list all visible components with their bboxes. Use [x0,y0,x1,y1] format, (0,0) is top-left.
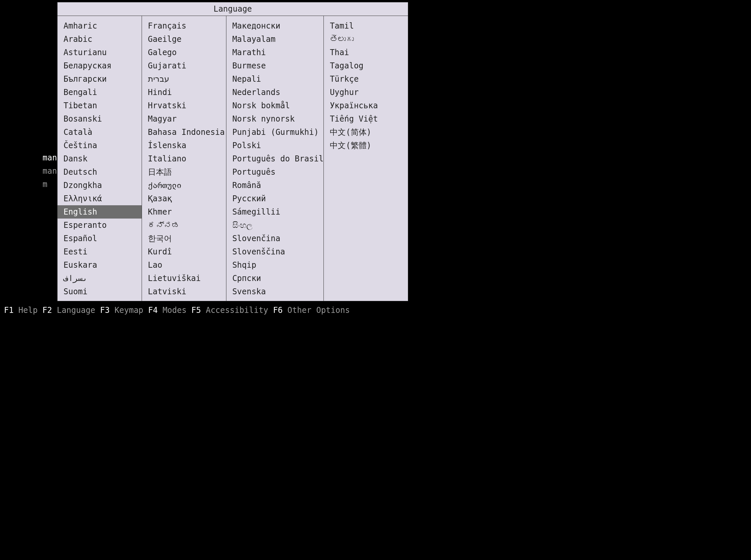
language-option[interactable]: Српски [226,272,324,285]
language-option[interactable]: ىسراف [58,272,142,285]
language-option[interactable]: Eesti [58,245,142,258]
language-option[interactable]: Suomi [58,285,142,298]
language-option[interactable]: Euskara [58,258,142,272]
hotkey-label: Language [57,305,95,315]
language-option[interactable]: Русский [226,192,324,205]
language-option[interactable]: Ελληνικά [58,192,142,205]
language-option[interactable]: ქართული [142,179,226,192]
language-option[interactable]: Lietuviškai [142,272,226,285]
language-option[interactable]: 한국어 [142,232,226,245]
hotkey-label: Modes [162,305,187,315]
hotkey-f3[interactable]: F3 [100,305,110,315]
language-option[interactable]: English [58,205,142,219]
language-option[interactable]: Português [226,165,324,179]
background-menu-left: manmanm [42,151,57,191]
hotkey-f5[interactable]: F5 [192,305,201,315]
language-option[interactable]: 中文(简体) [324,125,408,139]
language-option[interactable]: Bosanski [58,112,142,125]
language-option[interactable]: Polski [226,139,324,152]
language-option[interactable]: Norsk bokmål [226,99,324,112]
language-option[interactable]: Italiano [142,152,226,165]
language-option[interactable]: Slovenčina [226,232,324,245]
hotkey-label: Help [18,305,38,315]
language-option[interactable]: Português do Brasil [226,152,324,165]
language-option[interactable]: 中文(繁體) [324,139,408,152]
language-option[interactable]: Українська [324,99,408,112]
language-option[interactable]: Latviski [142,285,226,298]
language-option[interactable]: Қазақ [142,192,226,205]
language-option[interactable]: Kurdî [142,245,226,258]
language-option[interactable]: Tamil [324,19,408,33]
hotkey-f6[interactable]: F6 [273,305,283,315]
footer-hotkeys: F1 Help F2 Language F3 Keymap F4 Modes F… [4,305,422,316]
hotkey-f1[interactable]: F1 [4,305,14,315]
language-dialog: Language AmharicArabicAsturianuБеларуска… [57,2,408,301]
language-option[interactable]: Shqip [226,258,324,272]
language-option[interactable]: Tiếng Việt [324,112,408,125]
language-option[interactable]: Nepali [226,73,324,86]
language-option[interactable]: తెలుగు [324,33,408,46]
language-option[interactable]: Македонски [226,19,324,33]
language-option[interactable]: Lao [142,258,226,272]
language-option[interactable]: Gaeilge [142,33,226,46]
language-option[interactable]: Nederlands [226,86,324,99]
language-dialog-title: Language [58,2,408,16]
language-option[interactable]: Slovenščina [226,245,324,258]
language-option[interactable]: Khmer [142,205,226,219]
language-option[interactable]: Malayalam [226,33,324,46]
language-option[interactable]: Uyghur [324,86,408,99]
language-option[interactable]: Burmese [226,59,324,73]
language-option[interactable]: Arabic [58,33,142,46]
language-option[interactable]: Dzongkha [58,179,142,192]
language-option[interactable]: Dansk [58,152,142,165]
hotkey-label: Accessibility [206,305,268,315]
language-column: FrançaisGaeilgeGalegoGujaratiעבריתHindiH… [142,16,226,301]
language-option[interactable]: עברית [142,73,226,86]
language-option[interactable]: Bahasa Indonesia [142,125,226,139]
language-option[interactable]: Sámegillii [226,205,324,219]
language-option[interactable]: Amharic [58,19,142,33]
language-option[interactable]: Asturianu [58,46,142,59]
language-option[interactable]: Türkçe [324,73,408,86]
language-option[interactable]: Bengali [58,86,142,99]
hotkey-f4[interactable]: F4 [148,305,158,315]
language-option[interactable]: Français [142,19,226,33]
language-option[interactable]: Deutsch [58,165,142,179]
language-option[interactable]: Svenska [226,285,324,298]
language-option[interactable]: Tibetan [58,99,142,112]
language-option[interactable]: Tagalog [324,59,408,73]
language-column: МакедонскиMalayalamMarathiBurmeseNepaliN… [226,16,324,301]
boot-screen: manmanm B STORAGEGB STORAGETORAGE STORAG… [0,0,426,317]
language-column: AmharicArabicAsturianuБеларускаяБългарск… [58,16,142,301]
hotkey-label: Other Options [288,305,350,315]
language-option[interactable]: Galego [142,46,226,59]
language-option[interactable]: 日本語 [142,165,226,179]
language-option[interactable]: Hrvatski [142,99,226,112]
language-grid: AmharicArabicAsturianuБеларускаяБългарск… [58,16,408,301]
language-option[interactable]: Español [58,232,142,245]
language-option[interactable]: Esperanto [58,219,142,232]
language-option[interactable]: Català [58,125,142,139]
language-option[interactable]: Hindi [142,86,226,99]
language-option[interactable]: Беларуская [58,59,142,73]
language-option[interactable]: Punjabi (Gurmukhi) [226,125,324,139]
language-option[interactable]: Marathi [226,46,324,59]
language-option[interactable]: Română [226,179,324,192]
language-option[interactable]: Íslenska [142,139,226,152]
language-option[interactable]: සිංහල [226,219,324,232]
language-option[interactable]: Thai [324,46,408,59]
language-column: TamilతెలుగుThaiTagalogTürkçeUyghurУкраїн… [324,16,408,301]
language-option[interactable]: Magyar [142,112,226,125]
language-option[interactable]: Čeština [58,139,142,152]
hotkey-label: Keymap [114,305,143,315]
language-option[interactable]: Norsk nynorsk [226,112,324,125]
language-option[interactable]: ಕನ್ನಡ [142,219,226,232]
language-option[interactable]: Gujarati [142,59,226,73]
language-option[interactable]: Български [58,73,142,86]
hotkey-f2[interactable]: F2 [42,305,52,315]
